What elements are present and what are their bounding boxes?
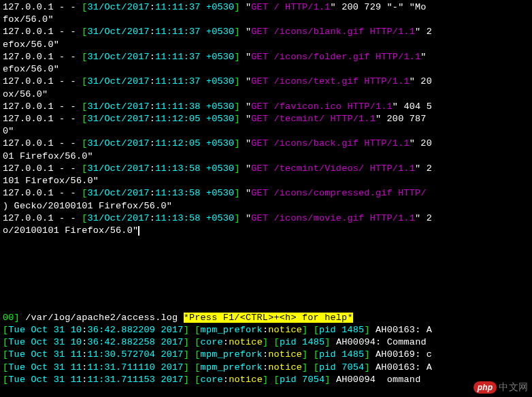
log-segment: " bbox=[240, 101, 252, 112]
log-segment: ] bbox=[234, 114, 239, 124]
log-segment: 11:12:05 +0530 bbox=[155, 138, 234, 148]
log-segment: Tue Oct 31 10 bbox=[8, 325, 82, 335]
access-log-pane[interactable]: 127.0.0.1 - - [31/Oct/2017:11:11:37 +053… bbox=[0, 0, 532, 312]
access-log-line: efox/56.0" bbox=[3, 39, 529, 51]
log-segment: core bbox=[201, 337, 223, 347]
text-cursor bbox=[138, 226, 139, 236]
log-segment: " bbox=[240, 188, 252, 198]
log-segment: notice bbox=[268, 349, 302, 360]
log-segment: 11:11:38 +0530 bbox=[155, 101, 234, 112]
log-segment: ] bbox=[234, 138, 239, 148]
log-segment: : bbox=[150, 188, 155, 198]
log-segment: 11:13:58 +0530 bbox=[155, 213, 234, 223]
log-segment: : bbox=[82, 325, 87, 335]
log-segment: 11:30.572704 2017 bbox=[88, 349, 184, 360]
log-segment: : bbox=[150, 163, 155, 174]
access-log-line: 101 Firefox/56.0" bbox=[3, 175, 529, 187]
log-segment: " 2 bbox=[415, 163, 432, 174]
log-segment: GET /icons/back.gif HTTP/1.1 bbox=[251, 138, 409, 148]
log-segment: 0" bbox=[3, 126, 14, 136]
log-segment: GET /tecmint/ HTTP/1.1 bbox=[251, 114, 376, 124]
log-segment: " 2 bbox=[415, 27, 432, 37]
log-segment: GET /icons/folder.gif HTTP/1.1 bbox=[251, 52, 420, 62]
log-segment: " bbox=[420, 52, 432, 62]
log-segment: mpm_prefork bbox=[201, 362, 263, 372]
log-segment: [ bbox=[82, 52, 87, 62]
log-segment: fox/56.0" bbox=[3, 14, 54, 25]
log-segment: Tue Oct 31 11 bbox=[8, 362, 82, 372]
log-segment: 01 Firefox/56.0" bbox=[3, 151, 93, 161]
log-segment: 11:11:37 +0530 bbox=[155, 27, 234, 37]
error-log-pane[interactable]: [Tue Oct 31 10:36:42.882209 2017] [mpm_p… bbox=[0, 324, 532, 386]
log-segment: [ bbox=[82, 2, 87, 12]
log-segment: ] bbox=[364, 325, 369, 335]
log-segment: GET /icons/compressed.gif HTTP/ bbox=[251, 188, 426, 198]
log-segment: ] bbox=[234, 27, 239, 37]
log-segment: core bbox=[201, 375, 223, 385]
log-segment: 127.0.0.1 - - bbox=[3, 114, 82, 124]
error-log-line: [Tue Oct 31 10:36:42.882258 2017] [core:… bbox=[3, 336, 529, 349]
log-segment: pid 7054 bbox=[280, 375, 325, 385]
log-segment: pid 1485 bbox=[280, 337, 325, 347]
log-segment: : bbox=[263, 362, 268, 372]
log-segment: : bbox=[150, 27, 155, 37]
log-segment: 36:42.882258 2017 bbox=[88, 337, 184, 347]
log-segment: 11:31.711153 2017 bbox=[88, 375, 184, 385]
log-segment: 127.0.0.1 - - bbox=[3, 76, 82, 86]
log-segment: : bbox=[223, 337, 229, 347]
log-segment bbox=[307, 325, 313, 335]
access-log-line: 127.0.0.1 - - [31/Oct/2017:11:12:05 +053… bbox=[3, 138, 529, 150]
status-help-hint: *Press F1/<CTRL>+<h> for help* bbox=[184, 313, 353, 323]
log-segment: " 200 787 bbox=[376, 114, 432, 124]
log-segment: [ bbox=[82, 76, 87, 86]
log-segment: 127.0.0.1 - - bbox=[3, 163, 82, 174]
log-segment: notice bbox=[268, 362, 302, 372]
log-segment: [ bbox=[274, 375, 280, 385]
log-segment: " bbox=[240, 163, 252, 174]
access-log-line: 127.0.0.1 - - [31/Oct/2017:11:11:37 +053… bbox=[3, 1, 529, 14]
access-log-line: ) Gecko/20100101 Firefox/56.0" bbox=[3, 200, 529, 212]
log-segment: [ bbox=[195, 375, 200, 385]
log-segment bbox=[307, 362, 313, 372]
log-segment: notice bbox=[229, 375, 263, 385]
log-segment: : bbox=[150, 101, 155, 112]
log-segment: " bbox=[240, 114, 252, 124]
log-segment: : bbox=[82, 362, 87, 372]
log-segment: : bbox=[150, 2, 155, 12]
log-segment: 11:11:37 +0530 bbox=[155, 76, 234, 86]
log-segment: 36:42.882209 2017 bbox=[88, 325, 184, 335]
log-segment: 11:12:05 +0530 bbox=[155, 114, 234, 124]
log-segment: [ bbox=[314, 325, 319, 335]
log-segment: " bbox=[240, 52, 252, 62]
access-log-line: ox/56.0" bbox=[3, 89, 529, 101]
log-segment: AH00094: Command bbox=[331, 337, 432, 347]
access-log-line: 01 Firefox/56.0" bbox=[3, 150, 529, 163]
log-segment: pid 1485 bbox=[319, 325, 364, 335]
log-segment: 31/Oct/2017 bbox=[88, 76, 150, 86]
log-segment: pid 1485 bbox=[319, 349, 364, 360]
log-segment: ] bbox=[364, 349, 369, 360]
log-segment: Tue Oct 31 11 bbox=[8, 375, 82, 385]
log-segment: 31/Oct/2017 bbox=[88, 213, 150, 223]
log-segment: Tue Oct 31 11 bbox=[8, 349, 82, 360]
log-segment: ] bbox=[184, 375, 189, 385]
log-segment: [ bbox=[195, 337, 200, 347]
log-segment: ] bbox=[184, 337, 189, 347]
access-log-line: 127.0.0.1 - - [31/Oct/2017:11:12:05 +053… bbox=[3, 113, 529, 125]
log-segment: mpm_prefork bbox=[201, 325, 263, 335]
log-segment: ] bbox=[234, 101, 239, 112]
log-segment: " bbox=[240, 2, 252, 12]
log-segment: 101 Firefox/56.0" bbox=[3, 176, 99, 186]
log-segment: mpm_prefork bbox=[201, 349, 263, 360]
log-segment: 31/Oct/2017 bbox=[88, 138, 150, 148]
log-segment: [ bbox=[82, 213, 87, 223]
access-log-line: 127.0.0.1 - - [31/Oct/2017:11:13:58 +053… bbox=[3, 212, 529, 225]
status-bar: 00] /var/log/apache2/access.log *Press F… bbox=[0, 312, 532, 324]
log-segment bbox=[307, 349, 313, 360]
access-log-line: 0" bbox=[3, 125, 529, 138]
log-segment: ) Gecko/20100101 Firefox/56.0" bbox=[3, 201, 172, 211]
access-log-line: 127.0.0.1 - - [31/Oct/2017:11:11:38 +053… bbox=[3, 101, 529, 113]
log-segment: : bbox=[150, 213, 155, 223]
log-segment: 31/Oct/2017 bbox=[88, 114, 150, 124]
log-segment: ] bbox=[234, 76, 239, 86]
